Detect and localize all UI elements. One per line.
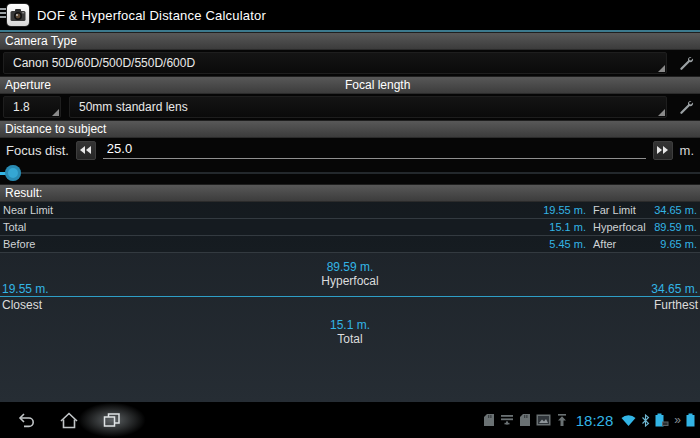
download-tray-icon (500, 413, 514, 427)
focus-distance-input[interactable] (103, 141, 646, 159)
lens-settings-button[interactable] (675, 96, 697, 118)
section-header-camera-type: Camera Type (0, 32, 700, 50)
focus-distance-row: Focus dist. m. (0, 138, 700, 162)
page-title: DOF & Hyperfocal Distance Calculator (37, 8, 266, 23)
sd-card-icon (519, 413, 531, 427)
recent-apps-icon (102, 411, 122, 429)
focal-length-spinner[interactable]: 50mm standard lens (69, 96, 667, 118)
focus-distance-slider[interactable] (0, 162, 700, 184)
sd-card-icon (483, 413, 495, 427)
slider-thumb[interactable] (5, 165, 21, 181)
diagram-total-label: Total (0, 332, 700, 346)
total-label: Total (3, 221, 514, 233)
distance-header-label: Distance to subject (5, 122, 106, 136)
tablet-screen: DOF & Hyperfocal Distance Calculator Cam… (0, 0, 700, 438)
camera-type-spinner[interactable]: Canon 50D/60D/500D/550D/600D (3, 52, 667, 74)
gallery-icon (536, 414, 551, 426)
diagram-furthest-value: 34.65 m. (651, 282, 698, 296)
home-icon (59, 411, 79, 430)
diagram-furthest-label: Furthest (654, 298, 698, 312)
table-row: Before 5.45 m. After 9.65 m. (0, 236, 700, 253)
after-value: 9.65 m. (651, 238, 697, 250)
back-button[interactable] (13, 407, 39, 433)
wrench-icon (678, 55, 694, 71)
status-tray[interactable]: 18:28 » (483, 412, 700, 429)
dock-battery-icon (655, 413, 669, 427)
nav-buttons (0, 407, 125, 433)
focal-length-value: 50mm standard lens (79, 100, 188, 114)
battery-icon (686, 413, 695, 427)
upload-icon (556, 413, 568, 427)
before-value: 5.45 m. (514, 238, 586, 250)
diagram-closest-label: Closest (2, 298, 42, 312)
aperture-value: 1.8 (13, 100, 30, 114)
total-value: 15.1 m. (514, 221, 586, 233)
table-row: Total 15.1 m. Hyperfocal 89.59 m. (0, 219, 700, 236)
action-bar: DOF & Hyperfocal Distance Calculator (0, 0, 700, 30)
more-notifications-icon: » (674, 413, 681, 427)
wrench-icon (678, 99, 694, 115)
app-camera-icon (7, 4, 29, 26)
increase-distance-button[interactable] (653, 141, 673, 160)
camera-type-row: Canon 50D/60D/500D/550D/600D (0, 50, 700, 76)
diagram-hyperfocal-value: 89.59 m. (0, 260, 700, 274)
near-limit-label: Near Limit (3, 204, 514, 216)
section-header-distance: Distance to subject (0, 120, 700, 138)
camera-settings-button[interactable] (675, 52, 697, 74)
hyperfocal-value: 89.59 m. (651, 221, 697, 233)
before-label: Before (3, 238, 514, 250)
near-limit-value: 19.55 m. (514, 204, 586, 216)
diagram-hyperfocal-label: Hyperfocal (0, 274, 700, 288)
camera-type-value: Canon 50D/60D/500D/550D/600D (13, 56, 195, 70)
aperture-header-label: Aperture (5, 78, 51, 92)
main-content: Camera Type Canon 50D/60D/500D/550D/600D… (0, 32, 700, 402)
spinner-handle-icon (658, 109, 665, 116)
focal-length-header-label: Focal length (345, 78, 410, 92)
aperture-spinner[interactable]: 1.8 (3, 96, 61, 118)
result-header-label: Result: (5, 186, 42, 200)
far-limit-label: Far Limit (593, 204, 651, 216)
system-bar: 18:28 » (0, 402, 700, 438)
back-icon (16, 411, 36, 429)
decrease-distance-button[interactable] (76, 141, 96, 160)
camera-type-header-label: Camera Type (5, 34, 77, 48)
section-header-result: Result: (0, 184, 700, 202)
hyperfocal-label: Hyperfocal (593, 221, 651, 233)
section-header-aperture-focal: Aperture Focal length (0, 76, 700, 94)
spinner-handle-icon (658, 65, 665, 72)
focus-distance-label: Focus dist. (6, 143, 69, 158)
distance-unit-label: m. (680, 143, 694, 158)
rewind-icon (79, 145, 92, 155)
after-label: After (593, 238, 651, 250)
table-row: Near Limit 19.55 m. Far Limit 34.65 m. (0, 202, 700, 219)
lens-row: 1.8 50mm standard lens (0, 94, 700, 120)
clock: 18:28 (576, 412, 614, 429)
result-table: Near Limit 19.55 m. Far Limit 34.65 m. T… (0, 202, 700, 253)
diagram-closest-value: 19.55 m. (2, 282, 49, 296)
spinner-handle-icon (52, 109, 59, 116)
far-limit-value: 34.65 m. (651, 204, 697, 216)
fast-forward-icon (656, 145, 669, 155)
wifi-icon (621, 414, 636, 426)
slider-track (0, 172, 700, 174)
bluetooth-icon (641, 414, 650, 427)
dof-range-line (0, 296, 700, 297)
diagram-total-value: 15.1 m. (0, 318, 700, 332)
dof-diagram: 89.59 m. Hyperfocal 19.55 m. 34.65 m. Cl… (0, 253, 700, 402)
recents-button[interactable] (99, 407, 125, 433)
menu-icon[interactable] (0, 8, 6, 18)
